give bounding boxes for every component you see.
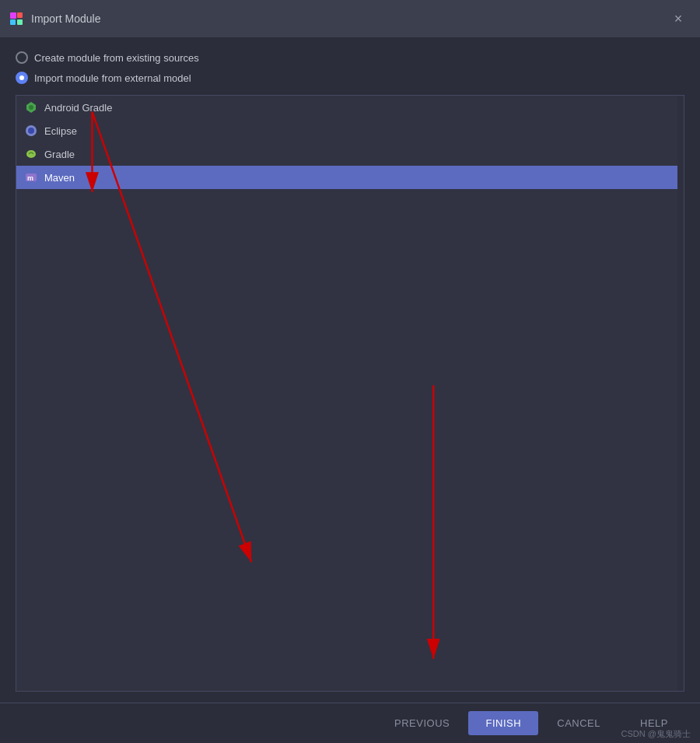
svg-rect-2 bbox=[10, 19, 16, 25]
create-from-sources-label: Create module from existing sources bbox=[34, 52, 199, 64]
svg-rect-3 bbox=[17, 19, 23, 25]
dialog-content: Create module from existing sources Impo… bbox=[0, 37, 700, 703]
list-item-eclipse[interactable]: Eclipse bbox=[16, 119, 677, 142]
list-item-gradle[interactable]: Gradle bbox=[16, 142, 677, 166]
gradle-label: Gradle bbox=[44, 149, 75, 160]
close-button[interactable]: × bbox=[667, 8, 689, 30]
create-from-sources-option[interactable]: Create module from existing sources bbox=[16, 51, 684, 64]
model-list-panel: Android Gradle Eclipse bbox=[16, 95, 684, 692]
list-item-maven[interactable]: m Maven bbox=[16, 166, 677, 189]
import-module-dialog: Import Module × Create module from exist… bbox=[0, 0, 700, 743]
svg-point-5 bbox=[29, 105, 33, 110]
title-bar-left: Import Module bbox=[8, 10, 100, 27]
maven-label: Maven bbox=[44, 172, 75, 184]
gradle-icon bbox=[24, 147, 38, 161]
button-bar: PREVIOUS FINISH CANCEL HELP bbox=[0, 703, 700, 743]
create-from-sources-radio[interactable] bbox=[16, 51, 28, 64]
previous-button[interactable]: PREVIOUS bbox=[377, 711, 467, 735]
cancel-button[interactable]: CANCEL bbox=[540, 711, 618, 735]
finish-button[interactable]: FINISH bbox=[468, 711, 538, 735]
dialog-title: Import Module bbox=[31, 12, 100, 25]
import-from-external-radio[interactable] bbox=[16, 72, 28, 84]
svg-rect-0 bbox=[10, 12, 16, 19]
dialog-icon bbox=[8, 10, 25, 27]
import-from-external-option[interactable]: Import module from external model bbox=[16, 72, 684, 84]
list-item-android-gradle[interactable]: Android Gradle bbox=[16, 96, 677, 119]
svg-point-8 bbox=[26, 150, 36, 158]
svg-text:m: m bbox=[27, 174, 33, 182]
import-from-external-label: Import module from external model bbox=[34, 72, 191, 84]
list-scrollbar[interactable] bbox=[677, 96, 684, 691]
title-bar: Import Module × bbox=[0, 0, 700, 37]
maven-icon: m bbox=[24, 170, 38, 184]
android-gradle-icon bbox=[24, 100, 38, 114]
svg-rect-1 bbox=[17, 12, 23, 18]
model-list: Android Gradle Eclipse bbox=[16, 96, 677, 691]
eclipse-icon bbox=[24, 124, 38, 138]
watermark: CSDN @鬼鬼骑士 bbox=[621, 728, 691, 740]
android-gradle-label: Android Gradle bbox=[44, 102, 112, 114]
svg-point-7 bbox=[28, 128, 34, 134]
eclipse-label: Eclipse bbox=[44, 125, 77, 137]
